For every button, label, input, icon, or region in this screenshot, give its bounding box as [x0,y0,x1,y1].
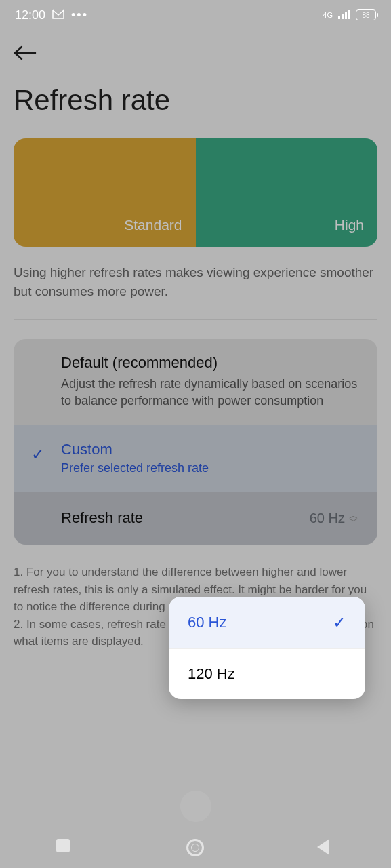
svg-rect-2 [345,12,347,19]
battery-icon: 88 [356,9,376,20]
option-default-desc: Adjust the refresh rate dynamically base… [61,376,358,410]
chevron-updown-icon: ︿﹀ [349,513,358,524]
system-nav-bar [0,827,391,868]
svg-rect-1 [342,14,344,19]
check-icon: ✓ [333,613,346,632]
svg-rect-3 [348,10,350,19]
option-custom[interactable]: ✓ Custom Prefer selected refresh rate [14,425,377,492]
option-default-title: Default (recommended) [61,354,358,372]
back-button[interactable] [14,43,37,64]
nav-home-button[interactable] [186,839,204,856]
content: Refresh rate Standard High Using higher … [0,30,391,827]
nav-back-button[interactable] [317,839,335,856]
standard-label: Standard [124,217,182,233]
status-bar: 12:00 ••• 4G 88 [0,0,391,30]
page-title: Refresh rate [14,84,377,117]
screen: 12:00 ••• 4G 88 Refresh rate Standard Hi… [0,0,391,868]
refresh-rate-label: Refresh rate [61,509,143,527]
option-custom-title: Custom [61,441,358,458]
refresh-rate-value: 60 Hz ︿﹀ [310,511,358,526]
popup-option-120hz[interactable]: 120 Hz [169,649,365,699]
signal-icon [338,9,350,21]
refresh-rate-popup: 60 Hz ✓ 120 Hz [169,597,365,699]
option-default[interactable]: Default (recommended) Adjust the refresh… [14,339,377,425]
network-type: 4G [323,11,333,19]
rate-preview-high: High [196,138,378,247]
high-label: High [335,217,364,233]
more-icon: ••• [71,8,88,22]
option-group: Default (recommended) Adjust the refresh… [14,339,377,545]
popup-option-60hz[interactable]: 60 Hz ✓ [169,597,365,648]
refresh-rate-select[interactable]: Refresh rate 60 Hz ︿﹀ [14,492,377,545]
divider [14,319,377,320]
status-left: 12:00 ••• [15,8,88,22]
status-time: 12:00 [15,8,45,22]
check-icon: ✓ [31,445,45,464]
description-text: Using higher refresh rates makes viewing… [14,263,377,300]
rate-preview-standard: Standard [14,138,196,247]
nav-recents-button[interactable] [56,839,74,856]
rate-preview-card: Standard High [14,138,377,247]
gmail-icon [52,8,64,22]
svg-rect-0 [338,16,340,19]
status-right: 4G 88 [323,9,376,21]
option-custom-desc: Prefer selected refresh rate [61,461,358,475]
